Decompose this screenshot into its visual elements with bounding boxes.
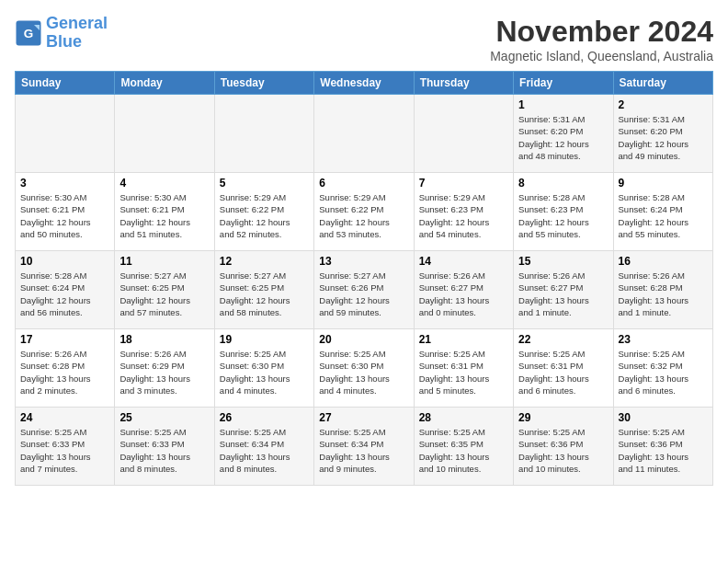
calendar-day-cell: 27Sunrise: 5:25 AM Sunset: 6:34 PM Dayli… — [314, 408, 414, 486]
calendar-day-cell: 28Sunrise: 5:25 AM Sunset: 6:35 PM Dayli… — [414, 408, 513, 486]
day-info: Sunrise: 5:25 AM Sunset: 6:31 PM Dayligh… — [419, 348, 508, 396]
calendar-day-cell: 3Sunrise: 5:30 AM Sunset: 6:21 PM Daylig… — [16, 173, 115, 251]
day-number: 22 — [518, 333, 608, 346]
day-info: Sunrise: 5:25 AM Sunset: 6:36 PM Dayligh… — [619, 426, 708, 475]
day-info: Sunrise: 5:27 AM Sunset: 6:26 PM Dayligh… — [319, 270, 408, 318]
weekday-header: Thursday — [414, 72, 513, 95]
weekday-header-row: SundayMondayTuesdayWednesdayThursdayFrid… — [16, 72, 713, 95]
svg-text:G: G — [24, 26, 34, 40]
day-info: Sunrise: 5:27 AM Sunset: 6:25 PM Dayligh… — [220, 270, 309, 318]
day-info: Sunrise: 5:31 AM Sunset: 6:20 PM Dayligh… — [619, 113, 708, 162]
calendar-week-row: 1Sunrise: 5:31 AM Sunset: 6:20 PM Daylig… — [16, 95, 713, 173]
calendar-day-cell: 26Sunrise: 5:25 AM Sunset: 6:34 PM Dayli… — [214, 408, 313, 486]
calendar-day-cell: 6Sunrise: 5:29 AM Sunset: 6:22 PM Daylig… — [314, 173, 414, 251]
day-info: Sunrise: 5:27 AM Sunset: 6:25 PM Dayligh… — [119, 270, 209, 318]
day-info: Sunrise: 5:28 AM Sunset: 6:23 PM Dayligh… — [518, 191, 608, 240]
calendar-week-row: 17Sunrise: 5:26 AM Sunset: 6:28 PM Dayli… — [16, 329, 713, 408]
calendar-day-cell: 10Sunrise: 5:28 AM Sunset: 6:24 PM Dayli… — [16, 251, 115, 329]
calendar-week-row: 10Sunrise: 5:28 AM Sunset: 6:24 PM Dayli… — [16, 251, 713, 329]
calendar-day-cell: 22Sunrise: 5:25 AM Sunset: 6:31 PM Dayli… — [514, 329, 613, 408]
day-number: 30 — [619, 411, 708, 424]
day-info: Sunrise: 5:26 AM Sunset: 6:27 PM Dayligh… — [518, 270, 608, 318]
day-number: 17 — [20, 333, 109, 346]
calendar-day-cell: 7Sunrise: 5:29 AM Sunset: 6:23 PM Daylig… — [414, 173, 513, 251]
day-info: Sunrise: 5:25 AM Sunset: 6:36 PM Dayligh… — [518, 426, 608, 475]
calendar-day-cell: 1Sunrise: 5:31 AM Sunset: 6:20 PM Daylig… — [514, 95, 613, 173]
day-info: Sunrise: 5:30 AM Sunset: 6:21 PM Dayligh… — [20, 191, 109, 240]
calendar-day-cell: 23Sunrise: 5:25 AM Sunset: 6:32 PM Dayli… — [613, 329, 712, 408]
location: Magnetic Island, Queensland, Australia — [490, 49, 713, 63]
day-number: 25 — [119, 411, 209, 424]
day-number: 29 — [518, 411, 608, 424]
logo-icon: G — [15, 19, 42, 47]
day-number: 6 — [319, 177, 408, 190]
weekday-header: Sunday — [16, 72, 115, 95]
calendar-day-cell: 5Sunrise: 5:29 AM Sunset: 6:22 PM Daylig… — [214, 173, 313, 251]
logo-line1: General — [46, 14, 108, 32]
calendar-day-cell: 20Sunrise: 5:25 AM Sunset: 6:30 PM Dayli… — [314, 329, 414, 408]
day-number: 23 — [619, 333, 708, 346]
day-number: 8 — [518, 177, 608, 190]
calendar-empty-cell — [414, 95, 513, 173]
day-info: Sunrise: 5:25 AM Sunset: 6:32 PM Dayligh… — [619, 348, 708, 396]
day-number: 9 — [619, 177, 708, 190]
calendar-day-cell: 13Sunrise: 5:27 AM Sunset: 6:26 PM Dayli… — [314, 251, 414, 329]
day-number: 3 — [20, 177, 109, 190]
day-number: 14 — [419, 255, 508, 268]
calendar-day-cell: 15Sunrise: 5:26 AM Sunset: 6:27 PM Dayli… — [514, 251, 613, 329]
day-info: Sunrise: 5:25 AM Sunset: 6:31 PM Dayligh… — [518, 348, 608, 396]
day-info: Sunrise: 5:25 AM Sunset: 6:34 PM Dayligh… — [319, 426, 408, 475]
day-info: Sunrise: 5:29 AM Sunset: 6:23 PM Dayligh… — [419, 191, 508, 240]
day-number: 24 — [20, 411, 109, 424]
month-title: November 2024 — [490, 15, 713, 49]
calendar-empty-cell — [16, 95, 115, 173]
day-number: 10 — [20, 255, 109, 268]
calendar-day-cell: 19Sunrise: 5:25 AM Sunset: 6:30 PM Dayli… — [214, 329, 313, 408]
day-number: 26 — [220, 411, 309, 424]
calendar-day-cell: 29Sunrise: 5:25 AM Sunset: 6:36 PM Dayli… — [514, 408, 613, 486]
weekday-header: Tuesday — [214, 72, 313, 95]
calendar-day-cell: 21Sunrise: 5:25 AM Sunset: 6:31 PM Dayli… — [414, 329, 513, 408]
weekday-header: Saturday — [613, 72, 712, 95]
calendar-day-cell: 4Sunrise: 5:30 AM Sunset: 6:21 PM Daylig… — [115, 173, 214, 251]
calendar-day-cell: 16Sunrise: 5:26 AM Sunset: 6:28 PM Dayli… — [613, 251, 712, 329]
day-number: 13 — [319, 255, 408, 268]
logo-text: General Blue — [46, 15, 108, 52]
day-number: 19 — [220, 333, 309, 346]
calendar-week-row: 3Sunrise: 5:30 AM Sunset: 6:21 PM Daylig… — [16, 173, 713, 251]
day-info: Sunrise: 5:25 AM Sunset: 6:30 PM Dayligh… — [220, 348, 309, 396]
day-number: 21 — [419, 333, 508, 346]
logo: G General Blue — [15, 15, 108, 52]
calendar-day-cell: 8Sunrise: 5:28 AM Sunset: 6:23 PM Daylig… — [514, 173, 613, 251]
day-info: Sunrise: 5:30 AM Sunset: 6:21 PM Dayligh… — [119, 191, 209, 240]
day-number: 20 — [319, 333, 408, 346]
day-number: 2 — [619, 98, 708, 111]
weekday-header: Wednesday — [314, 72, 414, 95]
calendar-empty-cell — [214, 95, 313, 173]
day-info: Sunrise: 5:26 AM Sunset: 6:29 PM Dayligh… — [119, 348, 209, 396]
day-number: 5 — [220, 177, 309, 190]
day-info: Sunrise: 5:25 AM Sunset: 6:30 PM Dayligh… — [319, 348, 408, 396]
day-info: Sunrise: 5:25 AM Sunset: 6:33 PM Dayligh… — [119, 426, 209, 475]
calendar-empty-cell — [115, 95, 214, 173]
day-info: Sunrise: 5:25 AM Sunset: 6:33 PM Dayligh… — [20, 426, 109, 475]
day-number: 28 — [419, 411, 508, 424]
calendar-week-row: 24Sunrise: 5:25 AM Sunset: 6:33 PM Dayli… — [16, 408, 713, 486]
day-number: 11 — [119, 255, 209, 268]
day-number: 4 — [119, 177, 209, 190]
calendar-day-cell: 11Sunrise: 5:27 AM Sunset: 6:25 PM Dayli… — [115, 251, 214, 329]
day-info: Sunrise: 5:26 AM Sunset: 6:28 PM Dayligh… — [619, 270, 708, 318]
day-info: Sunrise: 5:29 AM Sunset: 6:22 PM Dayligh… — [220, 191, 309, 240]
day-info: Sunrise: 5:28 AM Sunset: 6:24 PM Dayligh… — [20, 270, 109, 318]
calendar-day-cell: 18Sunrise: 5:26 AM Sunset: 6:29 PM Dayli… — [115, 329, 214, 408]
title-area: November 2024 Magnetic Island, Queenslan… — [490, 15, 713, 63]
calendar-day-cell: 12Sunrise: 5:27 AM Sunset: 6:25 PM Dayli… — [214, 251, 313, 329]
weekday-header: Friday — [514, 72, 613, 95]
weekday-header: Monday — [115, 72, 214, 95]
day-info: Sunrise: 5:26 AM Sunset: 6:27 PM Dayligh… — [419, 270, 508, 318]
day-number: 15 — [518, 255, 608, 268]
day-number: 16 — [619, 255, 708, 268]
calendar-day-cell: 24Sunrise: 5:25 AM Sunset: 6:33 PM Dayli… — [16, 408, 115, 486]
day-info: Sunrise: 5:26 AM Sunset: 6:28 PM Dayligh… — [20, 348, 109, 396]
day-number: 1 — [518, 98, 608, 111]
